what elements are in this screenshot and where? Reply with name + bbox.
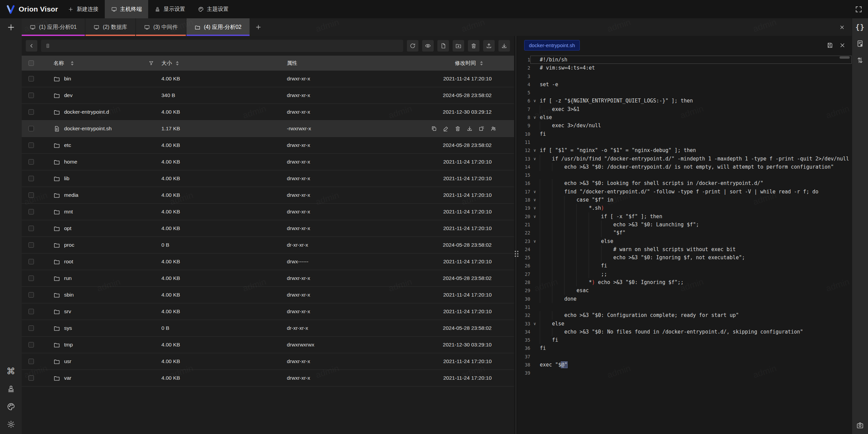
code-line[interactable]: 32 echo >&3 "$0: Configuration complete;… [518, 311, 852, 319]
code-line[interactable]: 7 exec 3>&1 [518, 105, 852, 113]
code-line[interactable]: 2# vim:sw=4:ts=4:et [518, 64, 852, 72]
code-line[interactable]: 12∨if [ "$1" = "nginx" -o "$1" = "nginx-… [518, 146, 852, 154]
toolbar-button-trash[interactable] [468, 40, 479, 52]
code-line[interactable]: 4set -e [518, 80, 852, 89]
download-icon[interactable] [467, 126, 473, 132]
table-row[interactable]: var4.00 KBdrwxr-xr-x2021-11-24 17:20:10 [22, 370, 514, 386]
row-checkbox[interactable] [28, 292, 34, 298]
code-line[interactable]: 18∨ case "$f" in [518, 196, 852, 204]
code-line[interactable]: 27 ;; [518, 270, 852, 278]
code-line[interactable]: 37 [518, 353, 852, 361]
code-line[interactable]: 19∨ *.sh) [518, 204, 852, 212]
toolbar-button-download[interactable] [498, 40, 510, 52]
fold-chevron-icon[interactable]: ∨ [530, 146, 539, 154]
row-checkbox[interactable] [28, 375, 34, 381]
navbar-item-1[interactable]: 新建连接 [61, 0, 105, 18]
editor-scrollbar-thumb[interactable] [840, 56, 850, 59]
row-checkbox[interactable] [28, 226, 34, 231]
table-row[interactable]: bin4.00 KBdrwxr-xr-x2021-11-24 17:20:10 [22, 71, 514, 87]
code-line[interactable]: 22 "$f" [518, 229, 852, 237]
row-checkbox[interactable] [28, 242, 34, 248]
table-row[interactable]: usr4.00 KBdrwxr-xr-x2021-11-24 17:20:10 [22, 353, 514, 370]
code-line[interactable]: 17∨ find "/docker-entrypoint.d/" -follow… [518, 188, 852, 196]
row-checkbox[interactable] [28, 309, 34, 314]
code-line[interactable]: 1#!/bin/sh [518, 56, 852, 64]
row-checkbox[interactable] [28, 342, 34, 347]
row-checkbox[interactable] [28, 159, 34, 165]
table-row[interactable]: root4.00 KBdrwx------2021-11-24 17:20:10 [22, 253, 514, 270]
code-line[interactable]: 8∨else [518, 113, 852, 121]
stamp-icon[interactable] [7, 385, 15, 393]
code-line[interactable]: 21 echo >&3 "$0: Launching $f"; [518, 221, 852, 229]
select-all-checkbox[interactable] [28, 60, 34, 66]
toolbar-button-eye[interactable] [422, 40, 434, 52]
tab-3[interactable]: (3) 中间件 [136, 18, 186, 36]
table-row[interactable]: sbin4.00 KBdrwxr-xr-x2021-11-24 17:20:10 [22, 287, 514, 303]
code-line[interactable]: 10fi [518, 130, 852, 138]
fold-chevron-icon[interactable]: ∨ [530, 212, 539, 221]
header-mtime[interactable]: 修改时间 [412, 60, 514, 67]
fold-chevron-icon[interactable]: ∨ [530, 113, 539, 121]
navbar-item-2[interactable]: 主机终端 [105, 0, 148, 18]
table-row[interactable]: tmp4.00 KBdrwxrwxrwx2021-12-30 03:29:10 [22, 337, 514, 353]
trash-icon[interactable] [455, 126, 461, 132]
code-line[interactable]: 24 # warn on shell scripts without exec … [518, 245, 852, 253]
toolbar-button-refresh[interactable] [407, 40, 418, 52]
code-line[interactable]: 34 echo >&3 "$0: No files found in /dock… [518, 328, 852, 336]
table-row[interactable]: docker-entrypoint.sh1.17 KB-rwxrwxr-x [22, 120, 514, 137]
table-row[interactable]: media4.00 KBdrwxr-xr-x2021-11-24 17:20:1… [22, 187, 514, 204]
toolbar-button-new-file[interactable] [437, 40, 449, 52]
header-name[interactable]: 名称 [41, 60, 161, 67]
navbar-item-3[interactable]: 显示设置 [148, 0, 192, 18]
row-checkbox[interactable] [28, 109, 34, 115]
sort-mtime-icon[interactable] [480, 61, 483, 65]
code-line[interactable]: 38exec "$@" [518, 361, 852, 369]
table-row[interactable]: docker-entrypoint.d4.00 KBdrwxr-xr-x2021… [22, 104, 514, 120]
code-line[interactable]: 30 done [518, 295, 852, 303]
camera-icon[interactable] [856, 421, 864, 429]
table-row[interactable]: lib4.00 KBdrwxr-xr-x2021-11-24 17:20:10 [22, 170, 514, 187]
code-line[interactable]: 28 *) echo >&3 "$0: Ignoring $f";; [518, 278, 852, 286]
fold-chevron-icon[interactable]: ∨ [530, 155, 539, 163]
code-line[interactable]: 16 echo >&3 "$0: Looking for shell scrip… [518, 179, 852, 187]
panel-splitter[interactable] [514, 36, 518, 434]
fold-chevron-icon[interactable]: ∨ [530, 196, 539, 204]
fold-chevron-icon[interactable]: ∨ [530, 188, 539, 196]
save-icon[interactable] [827, 42, 833, 49]
copy-icon[interactable] [431, 126, 437, 132]
code-line[interactable]: 26 fi [518, 262, 852, 270]
table-row[interactable]: run4.00 KBdrwxr-xr-x2024-05-28 23:58:02 [22, 270, 514, 287]
table-row[interactable]: home4.00 KBdrwxr-xr-x2021-11-24 17:20:10 [22, 154, 514, 170]
row-checkbox[interactable] [28, 259, 34, 264]
path-input[interactable] [53, 43, 399, 49]
doc-bookmark-icon[interactable] [856, 40, 864, 48]
table-row[interactable]: srv4.00 KBdrwxr-xr-x2021-11-24 17:20:10 [22, 303, 514, 320]
code-line[interactable]: 23∨ else [518, 237, 852, 245]
row-checkbox[interactable] [28, 209, 34, 214]
code-line[interactable]: 9 exec 3>/dev/null [518, 121, 852, 130]
code-line[interactable]: 13∨ if /usr/bin/find "/docker-entrypoint… [518, 155, 852, 163]
toolbar-button-new-folder[interactable] [453, 40, 464, 52]
row-checkbox[interactable] [28, 192, 34, 198]
code-line[interactable]: 5 [518, 89, 852, 97]
table-row[interactable]: etc4.00 KBdrwxr-xr-x2024-05-28 23:58:02 [22, 137, 514, 154]
sidebar-add-icon[interactable] [6, 23, 16, 32]
row-checkbox[interactable] [28, 93, 34, 98]
code-line[interactable]: 33∨ else [518, 320, 852, 328]
sort-name-icon[interactable] [71, 61, 74, 65]
editor-close-icon[interactable] [839, 42, 846, 49]
table-row[interactable]: sys0 Bdr-xr-xr-x2024-05-28 23:58:02 [22, 320, 514, 337]
edit-icon[interactable] [443, 126, 449, 132]
code-line[interactable]: 15 [518, 171, 852, 179]
swap-vertical-icon[interactable] [856, 56, 864, 64]
permission-icon[interactable] [490, 126, 496, 132]
tab-bar-close-icon[interactable] [839, 24, 845, 30]
move-icon[interactable] [478, 126, 485, 132]
command-icon[interactable]: ⌘ [6, 367, 15, 376]
funnel-icon[interactable] [149, 60, 154, 66]
row-checkbox[interactable] [28, 176, 34, 181]
code-line[interactable]: 25 echo >&3 "$0: Ignoring $f, not execut… [518, 253, 852, 262]
code-editor[interactable]: 1#!/bin/sh2# vim:sw=4:ts=4:et34set -e56∨… [518, 54, 852, 434]
row-checkbox[interactable] [28, 276, 34, 281]
back-button[interactable] [26, 40, 37, 52]
